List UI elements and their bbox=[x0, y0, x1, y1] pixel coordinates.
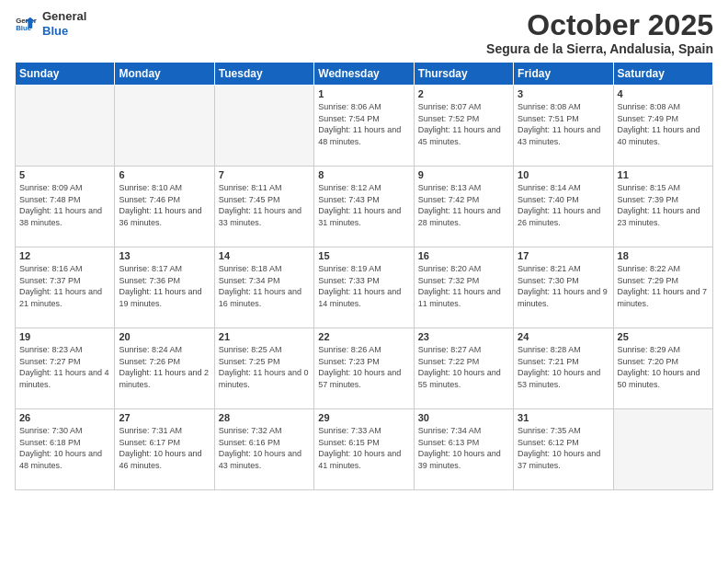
day-info: Sunrise: 7:35 AM Sunset: 6:12 PM Dayligh… bbox=[518, 425, 609, 471]
calendar-cell: 25Sunrise: 8:29 AM Sunset: 7:20 PM Dayli… bbox=[613, 328, 712, 409]
calendar-cell: 6Sunrise: 8:10 AM Sunset: 7:46 PM Daylig… bbox=[115, 167, 214, 247]
day-number: 14 bbox=[219, 250, 310, 261]
calendar-week-1: 1Sunrise: 8:06 AM Sunset: 7:54 PM Daylig… bbox=[16, 86, 713, 167]
logo: General Blue General Blue bbox=[15, 9, 86, 38]
calendar-table: Sunday Monday Tuesday Wednesday Thursday… bbox=[15, 62, 713, 490]
calendar-cell: 5Sunrise: 8:09 AM Sunset: 7:48 PM Daylig… bbox=[16, 167, 115, 247]
calendar-cell: 31Sunrise: 7:35 AM Sunset: 6:12 PM Dayli… bbox=[514, 409, 613, 490]
subtitle: Segura de la Sierra, Andalusia, Spain bbox=[486, 41, 713, 56]
calendar-cell: 30Sunrise: 7:34 AM Sunset: 6:13 PM Dayli… bbox=[414, 409, 513, 490]
day-number: 22 bbox=[318, 331, 409, 342]
logo-line1: General bbox=[42, 9, 86, 24]
day-info: Sunrise: 8:28 AM Sunset: 7:21 PM Dayligh… bbox=[518, 344, 609, 390]
day-number: 21 bbox=[219, 331, 310, 342]
day-info: Sunrise: 8:15 AM Sunset: 7:39 PM Dayligh… bbox=[618, 182, 709, 228]
day-info: Sunrise: 8:23 AM Sunset: 7:27 PM Dayligh… bbox=[19, 344, 110, 390]
calendar-cell: 28Sunrise: 7:32 AM Sunset: 6:16 PM Dayli… bbox=[214, 409, 313, 490]
calendar-cell: 14Sunrise: 8:18 AM Sunset: 7:34 PM Dayli… bbox=[214, 247, 313, 328]
day-number: 25 bbox=[618, 331, 709, 342]
day-number: 2 bbox=[418, 88, 509, 99]
calendar-cell: 19Sunrise: 8:23 AM Sunset: 7:27 PM Dayli… bbox=[16, 328, 115, 409]
calendar-cell: 20Sunrise: 8:24 AM Sunset: 7:26 PM Dayli… bbox=[115, 328, 214, 409]
day-info: Sunrise: 8:19 AM Sunset: 7:33 PM Dayligh… bbox=[318, 263, 409, 309]
day-number: 13 bbox=[119, 250, 210, 261]
calendar-cell bbox=[613, 409, 712, 490]
calendar-cell: 10Sunrise: 8:14 AM Sunset: 7:40 PM Dayli… bbox=[514, 167, 613, 247]
day-info: Sunrise: 8:29 AM Sunset: 7:20 PM Dayligh… bbox=[618, 344, 709, 390]
calendar-cell: 21Sunrise: 8:25 AM Sunset: 7:25 PM Dayli… bbox=[214, 328, 313, 409]
logo-icon: General Blue bbox=[15, 13, 37, 35]
day-number: 18 bbox=[618, 250, 709, 261]
day-info: Sunrise: 8:12 AM Sunset: 7:43 PM Dayligh… bbox=[318, 182, 409, 228]
calendar-header-row: Sunday Monday Tuesday Wednesday Thursday… bbox=[16, 63, 713, 86]
calendar-cell: 24Sunrise: 8:28 AM Sunset: 7:21 PM Dayli… bbox=[514, 328, 613, 409]
day-number: 27 bbox=[119, 412, 210, 423]
calendar-cell: 15Sunrise: 8:19 AM Sunset: 7:33 PM Dayli… bbox=[314, 247, 414, 328]
day-info: Sunrise: 8:22 AM Sunset: 7:29 PM Dayligh… bbox=[618, 263, 709, 309]
day-info: Sunrise: 7:31 AM Sunset: 6:17 PM Dayligh… bbox=[119, 425, 210, 471]
header-thursday: Thursday bbox=[414, 63, 513, 86]
calendar-week-4: 19Sunrise: 8:23 AM Sunset: 7:27 PM Dayli… bbox=[16, 328, 713, 409]
logo-line2: Blue bbox=[42, 24, 86, 39]
calendar-cell: 3Sunrise: 8:08 AM Sunset: 7:51 PM Daylig… bbox=[514, 86, 613, 167]
day-info: Sunrise: 8:06 AM Sunset: 7:54 PM Dayligh… bbox=[318, 101, 409, 147]
day-number: 31 bbox=[518, 412, 609, 423]
calendar-cell: 11Sunrise: 8:15 AM Sunset: 7:39 PM Dayli… bbox=[613, 167, 712, 247]
calendar-cell: 16Sunrise: 8:20 AM Sunset: 7:32 PM Dayli… bbox=[414, 247, 513, 328]
page: General Blue General Blue October 2025 S… bbox=[0, 0, 728, 563]
day-info: Sunrise: 8:07 AM Sunset: 7:52 PM Dayligh… bbox=[418, 101, 509, 147]
calendar-week-3: 12Sunrise: 8:16 AM Sunset: 7:37 PM Dayli… bbox=[16, 247, 713, 328]
calendar-cell bbox=[214, 86, 313, 167]
day-number: 24 bbox=[518, 331, 609, 342]
calendar-cell: 4Sunrise: 8:08 AM Sunset: 7:49 PM Daylig… bbox=[613, 86, 712, 167]
calendar-week-2: 5Sunrise: 8:09 AM Sunset: 7:48 PM Daylig… bbox=[16, 167, 713, 247]
calendar-cell: 22Sunrise: 8:26 AM Sunset: 7:23 PM Dayli… bbox=[314, 328, 414, 409]
header-tuesday: Tuesday bbox=[214, 63, 313, 86]
calendar-cell: 1Sunrise: 8:06 AM Sunset: 7:54 PM Daylig… bbox=[314, 86, 414, 167]
day-number: 5 bbox=[19, 169, 110, 180]
day-info: Sunrise: 7:32 AM Sunset: 6:16 PM Dayligh… bbox=[219, 425, 310, 471]
day-number: 4 bbox=[618, 88, 709, 99]
day-info: Sunrise: 7:33 AM Sunset: 6:15 PM Dayligh… bbox=[318, 425, 409, 471]
day-info: Sunrise: 8:24 AM Sunset: 7:26 PM Dayligh… bbox=[119, 344, 210, 390]
day-info: Sunrise: 8:09 AM Sunset: 7:48 PM Dayligh… bbox=[19, 182, 110, 228]
day-info: Sunrise: 8:18 AM Sunset: 7:34 PM Dayligh… bbox=[219, 263, 310, 309]
header: General Blue General Blue October 2025 S… bbox=[15, 9, 713, 56]
day-number: 17 bbox=[518, 250, 609, 261]
calendar-week-5: 26Sunrise: 7:30 AM Sunset: 6:18 PM Dayli… bbox=[16, 409, 713, 490]
header-monday: Monday bbox=[115, 63, 214, 86]
day-info: Sunrise: 8:21 AM Sunset: 7:30 PM Dayligh… bbox=[518, 263, 609, 309]
day-number: 15 bbox=[318, 250, 409, 261]
day-info: Sunrise: 8:14 AM Sunset: 7:40 PM Dayligh… bbox=[518, 182, 609, 228]
day-info: Sunrise: 8:08 AM Sunset: 7:51 PM Dayligh… bbox=[518, 101, 609, 147]
day-info: Sunrise: 8:20 AM Sunset: 7:32 PM Dayligh… bbox=[418, 263, 509, 309]
day-info: Sunrise: 8:16 AM Sunset: 7:37 PM Dayligh… bbox=[19, 263, 110, 309]
day-number: 9 bbox=[418, 169, 509, 180]
day-number: 6 bbox=[119, 169, 210, 180]
day-number: 3 bbox=[518, 88, 609, 99]
day-info: Sunrise: 8:25 AM Sunset: 7:25 PM Dayligh… bbox=[219, 344, 310, 390]
day-number: 1 bbox=[318, 88, 409, 99]
day-number: 11 bbox=[618, 169, 709, 180]
day-number: 12 bbox=[19, 250, 110, 261]
day-info: Sunrise: 8:17 AM Sunset: 7:36 PM Dayligh… bbox=[119, 263, 210, 309]
calendar-cell bbox=[115, 86, 214, 167]
day-number: 23 bbox=[418, 331, 509, 342]
header-wednesday: Wednesday bbox=[314, 63, 414, 86]
month-title: October 2025 bbox=[486, 9, 713, 41]
day-info: Sunrise: 7:34 AM Sunset: 6:13 PM Dayligh… bbox=[418, 425, 509, 471]
day-info: Sunrise: 8:11 AM Sunset: 7:45 PM Dayligh… bbox=[219, 182, 310, 228]
header-sunday: Sunday bbox=[16, 63, 115, 86]
day-number: 20 bbox=[119, 331, 210, 342]
day-info: Sunrise: 8:08 AM Sunset: 7:49 PM Dayligh… bbox=[618, 101, 709, 147]
day-info: Sunrise: 7:30 AM Sunset: 6:18 PM Dayligh… bbox=[19, 425, 110, 471]
day-number: 26 bbox=[19, 412, 110, 423]
calendar-cell: 18Sunrise: 8:22 AM Sunset: 7:29 PM Dayli… bbox=[613, 247, 712, 328]
calendar-cell: 9Sunrise: 8:13 AM Sunset: 7:42 PM Daylig… bbox=[414, 167, 513, 247]
calendar-cell: 26Sunrise: 7:30 AM Sunset: 6:18 PM Dayli… bbox=[16, 409, 115, 490]
day-number: 16 bbox=[418, 250, 509, 261]
day-number: 28 bbox=[219, 412, 310, 423]
title-block: October 2025 Segura de la Sierra, Andalu… bbox=[486, 9, 713, 56]
day-info: Sunrise: 8:26 AM Sunset: 7:23 PM Dayligh… bbox=[318, 344, 409, 390]
day-info: Sunrise: 8:13 AM Sunset: 7:42 PM Dayligh… bbox=[418, 182, 509, 228]
